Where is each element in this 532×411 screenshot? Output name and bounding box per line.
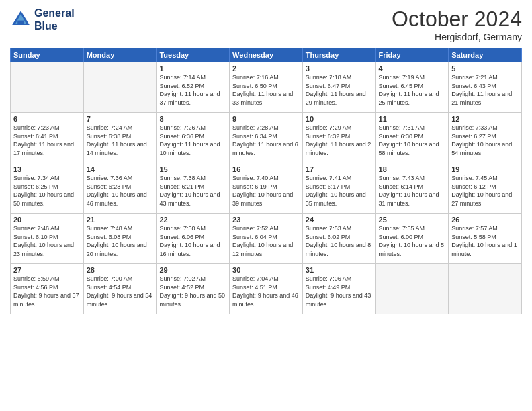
day-number: 30 xyxy=(232,266,300,274)
day-info: Sunrise: 7:38 AM Sunset: 6:21 PM Dayligh… xyxy=(159,174,226,208)
calendar-cell xyxy=(83,62,157,113)
day-number: 29 xyxy=(159,266,226,274)
day-number: 25 xyxy=(379,216,446,224)
day-info: Sunrise: 7:21 AM Sunset: 6:43 PM Dayligh… xyxy=(451,73,519,107)
calendar-cell: 5Sunrise: 7:21 AM Sunset: 6:43 PM Daylig… xyxy=(449,62,522,113)
day-number: 19 xyxy=(451,165,519,173)
day-info: Sunrise: 7:33 AM Sunset: 6:27 PM Dayligh… xyxy=(451,124,519,157)
day-info: Sunrise: 7:53 AM Sunset: 6:02 PM Dayligh… xyxy=(306,224,373,258)
calendar-cell: 13Sunrise: 7:34 AM Sunset: 6:25 PM Dayli… xyxy=(11,163,84,214)
day-info: Sunrise: 7:16 AM Sunset: 6:50 PM Dayligh… xyxy=(232,73,300,107)
day-number: 26 xyxy=(451,216,519,224)
day-number: 24 xyxy=(306,216,373,224)
logo: General Blue xyxy=(10,7,75,32)
calendar-cell: 10Sunrise: 7:29 AM Sunset: 6:32 PM Dayli… xyxy=(302,113,375,163)
day-number: 8 xyxy=(159,115,226,123)
logo-line2: Blue xyxy=(34,19,75,32)
day-number: 22 xyxy=(159,216,226,224)
day-info: Sunrise: 7:46 AM Sunset: 6:10 PM Dayligh… xyxy=(13,224,81,258)
calendar-cell: 6Sunrise: 7:23 AM Sunset: 6:41 PM Daylig… xyxy=(11,113,84,163)
week-row-4: 20Sunrise: 7:46 AM Sunset: 6:10 PM Dayli… xyxy=(11,214,522,264)
week-row-1: 1Sunrise: 7:14 AM Sunset: 6:52 PM Daylig… xyxy=(11,62,522,113)
calendar-cell: 31Sunrise: 7:06 AM Sunset: 4:49 PM Dayli… xyxy=(302,264,375,314)
calendar-cell: 8Sunrise: 7:26 AM Sunset: 6:36 PM Daylig… xyxy=(157,113,230,163)
day-info: Sunrise: 7:02 AM Sunset: 4:52 PM Dayligh… xyxy=(159,275,226,308)
day-info: Sunrise: 7:41 AM Sunset: 6:17 PM Dayligh… xyxy=(306,174,373,208)
calendar-cell: 25Sunrise: 7:55 AM Sunset: 6:00 PM Dayli… xyxy=(375,214,449,264)
calendar-cell: 22Sunrise: 7:50 AM Sunset: 6:06 PM Dayli… xyxy=(157,214,230,264)
calendar-cell: 23Sunrise: 7:52 AM Sunset: 6:04 PM Dayli… xyxy=(230,214,303,264)
month-title: October 2024 xyxy=(392,7,522,32)
day-info: Sunrise: 7:14 AM Sunset: 6:52 PM Dayligh… xyxy=(159,73,226,107)
day-info: Sunrise: 7:57 AM Sunset: 5:58 PM Dayligh… xyxy=(451,224,519,258)
day-info: Sunrise: 6:59 AM Sunset: 4:56 PM Dayligh… xyxy=(13,275,81,308)
weekday-header-thursday: Thursday xyxy=(302,48,375,62)
day-info: Sunrise: 7:06 AM Sunset: 4:49 PM Dayligh… xyxy=(306,275,373,308)
calendar-cell: 16Sunrise: 7:40 AM Sunset: 6:19 PM Dayli… xyxy=(230,163,303,214)
title-block: October 2024 Hergisdorf, Germany xyxy=(392,7,522,42)
header: General Blue October 2024 Hergisdorf, Ge… xyxy=(10,7,522,42)
day-number: 15 xyxy=(159,165,226,173)
calendar-cell: 21Sunrise: 7:48 AM Sunset: 6:08 PM Dayli… xyxy=(83,214,157,264)
day-info: Sunrise: 7:34 AM Sunset: 6:25 PM Dayligh… xyxy=(13,174,81,208)
day-number: 20 xyxy=(13,216,81,224)
day-info: Sunrise: 7:28 AM Sunset: 6:34 PM Dayligh… xyxy=(232,124,300,157)
calendar-cell: 3Sunrise: 7:18 AM Sunset: 6:47 PM Daylig… xyxy=(302,62,375,113)
day-number: 2 xyxy=(232,64,300,73)
week-row-2: 6Sunrise: 7:23 AM Sunset: 6:41 PM Daylig… xyxy=(11,113,522,163)
calendar-cell: 15Sunrise: 7:38 AM Sunset: 6:21 PM Dayli… xyxy=(157,163,230,214)
calendar-cell: 17Sunrise: 7:41 AM Sunset: 6:17 PM Dayli… xyxy=(302,163,375,214)
day-number: 12 xyxy=(451,115,519,123)
calendar-table: SundayMondayTuesdayWednesdayThursdayFrid… xyxy=(10,48,522,314)
day-number: 10 xyxy=(306,115,373,123)
day-number: 1 xyxy=(159,64,226,73)
day-info: Sunrise: 7:23 AM Sunset: 6:41 PM Dayligh… xyxy=(13,124,81,157)
day-number: 27 xyxy=(13,266,81,274)
calendar-cell: 28Sunrise: 7:00 AM Sunset: 4:54 PM Dayli… xyxy=(83,264,157,314)
day-info: Sunrise: 7:04 AM Sunset: 4:51 PM Dayligh… xyxy=(232,275,300,308)
calendar-cell: 12Sunrise: 7:33 AM Sunset: 6:27 PM Dayli… xyxy=(449,113,522,163)
calendar-cell xyxy=(375,264,449,314)
weekday-header-row: SundayMondayTuesdayWednesdayThursdayFrid… xyxy=(11,48,522,62)
location-title: Hergisdorf, Germany xyxy=(392,32,522,42)
day-number: 3 xyxy=(306,64,373,73)
day-number: 17 xyxy=(306,165,373,173)
calendar-cell: 9Sunrise: 7:28 AM Sunset: 6:34 PM Daylig… xyxy=(230,113,303,163)
day-number: 13 xyxy=(13,165,81,173)
day-info: Sunrise: 7:50 AM Sunset: 6:06 PM Dayligh… xyxy=(159,224,226,258)
day-number: 18 xyxy=(379,165,446,173)
calendar-cell: 24Sunrise: 7:53 AM Sunset: 6:02 PM Dayli… xyxy=(302,214,375,264)
logo-line1: General xyxy=(34,7,75,19)
day-number: 28 xyxy=(87,266,154,274)
day-info: Sunrise: 7:29 AM Sunset: 6:32 PM Dayligh… xyxy=(306,124,373,157)
calendar-cell: 20Sunrise: 7:46 AM Sunset: 6:10 PM Dayli… xyxy=(11,214,84,264)
week-row-3: 13Sunrise: 7:34 AM Sunset: 6:25 PM Dayli… xyxy=(11,163,522,214)
calendar-cell: 19Sunrise: 7:45 AM Sunset: 6:12 PM Dayli… xyxy=(449,163,522,214)
main-container: General Blue October 2024 Hergisdorf, Ge… xyxy=(0,0,532,318)
calendar-cell xyxy=(449,264,522,314)
calendar-cell: 30Sunrise: 7:04 AM Sunset: 4:51 PM Dayli… xyxy=(230,264,303,314)
day-info: Sunrise: 7:24 AM Sunset: 6:38 PM Dayligh… xyxy=(87,124,154,157)
day-info: Sunrise: 7:36 AM Sunset: 6:23 PM Dayligh… xyxy=(87,174,154,208)
svg-rect-2 xyxy=(17,21,24,25)
day-number: 7 xyxy=(87,115,154,123)
logo-icon xyxy=(10,9,32,30)
day-info: Sunrise: 7:48 AM Sunset: 6:08 PM Dayligh… xyxy=(87,224,154,258)
day-number: 5 xyxy=(451,64,519,73)
day-info: Sunrise: 7:18 AM Sunset: 6:47 PM Dayligh… xyxy=(306,73,373,107)
day-info: Sunrise: 7:19 AM Sunset: 6:45 PM Dayligh… xyxy=(379,73,446,107)
weekday-header-saturday: Saturday xyxy=(449,48,522,62)
calendar-cell: 27Sunrise: 6:59 AM Sunset: 4:56 PM Dayli… xyxy=(11,264,84,314)
day-number: 23 xyxy=(232,216,300,224)
day-number: 14 xyxy=(87,165,154,173)
calendar-cell: 14Sunrise: 7:36 AM Sunset: 6:23 PM Dayli… xyxy=(83,163,157,214)
weekday-header-wednesday: Wednesday xyxy=(230,48,303,62)
day-info: Sunrise: 7:40 AM Sunset: 6:19 PM Dayligh… xyxy=(232,174,300,208)
calendar-cell: 2Sunrise: 7:16 AM Sunset: 6:50 PM Daylig… xyxy=(230,62,303,113)
weekday-header-friday: Friday xyxy=(375,48,449,62)
day-number: 16 xyxy=(232,165,300,173)
calendar-cell: 26Sunrise: 7:57 AM Sunset: 5:58 PM Dayli… xyxy=(449,214,522,264)
day-number: 9 xyxy=(232,115,300,123)
weekday-header-sunday: Sunday xyxy=(11,48,84,62)
day-info: Sunrise: 7:31 AM Sunset: 6:30 PM Dayligh… xyxy=(379,124,446,157)
